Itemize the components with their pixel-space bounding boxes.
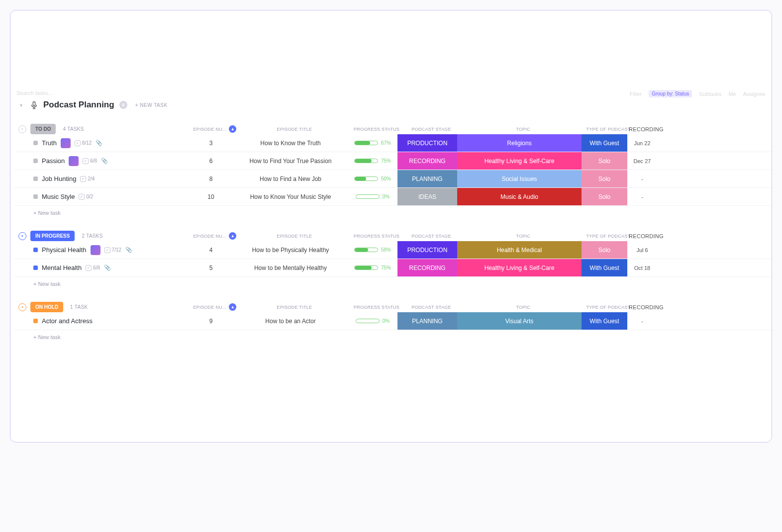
- col-recording[interactable]: RECORDING: [631, 233, 661, 239]
- episode-title-cell[interactable]: How to be Mentally Healthy: [233, 259, 348, 276]
- progress-cell[interactable]: 0%: [348, 312, 397, 330]
- status-square-icon[interactable]: [33, 159, 38, 163]
- sort-arrow-icon[interactable]: ▲: [229, 125, 236, 133]
- progress-cell[interactable]: 75%: [348, 259, 397, 276]
- status-square-icon[interactable]: [33, 141, 38, 145]
- stage-tag[interactable]: PLANNING: [397, 170, 457, 187]
- task-row[interactable]: Actor and Actress 9 How to be an Actor 0…: [14, 312, 772, 330]
- recording-date[interactable]: Jun 22: [627, 134, 657, 152]
- subtask-indicator[interactable]: ✓0/2: [79, 194, 93, 200]
- status-square-icon[interactable]: [33, 319, 38, 323]
- group-by-chip[interactable]: Group by: Status: [649, 90, 692, 97]
- topic-tag[interactable]: Healthy Living & Self-Care: [457, 152, 582, 170]
- col-topic[interactable]: TOPIC: [461, 234, 586, 239]
- task-row[interactable]: Passion ✓6/8 📎 6 How to Find Your True P…: [14, 152, 772, 170]
- add-task-button[interactable]: + New task: [14, 206, 772, 220]
- subtask-indicator[interactable]: ✓7/12: [104, 247, 121, 253]
- task-name[interactable]: Actor and Actress: [42, 317, 93, 325]
- stage-tag[interactable]: IDEAS: [397, 188, 457, 205]
- topic-tag[interactable]: Music & Audio: [457, 188, 582, 205]
- col-type[interactable]: TYPE OF PODCAST: [586, 127, 631, 132]
- col-recording[interactable]: RECORDING: [631, 304, 661, 310]
- stage-tag[interactable]: PRODUCTION: [397, 241, 457, 259]
- col-progress[interactable]: PROGRESS STATUS: [352, 305, 401, 310]
- col-stage[interactable]: PODCAST STAGE: [401, 305, 461, 310]
- collapse-toggle[interactable]: ▾: [18, 232, 26, 240]
- col-type[interactable]: TYPE OF PODCAST: [586, 305, 631, 310]
- task-name-cell[interactable]: Mental Health ✓6/8 📎: [14, 259, 189, 276]
- status-pill[interactable]: TO DO: [30, 124, 56, 134]
- col-episode-num[interactable]: EPISODE NU...▲: [193, 232, 237, 240]
- col-topic[interactable]: TOPIC: [461, 127, 586, 132]
- type-tag[interactable]: With Guest: [582, 259, 627, 276]
- assignee-filter[interactable]: Assignee: [743, 91, 766, 97]
- status-pill[interactable]: IN PROGRESS: [30, 231, 75, 241]
- stage-tag[interactable]: RECORDING: [397, 152, 457, 170]
- col-recording[interactable]: RECORDING: [631, 126, 661, 132]
- subtasks-toggle[interactable]: Subtasks: [699, 91, 721, 97]
- add-task-button[interactable]: + New task: [14, 277, 772, 291]
- progress-cell[interactable]: 50%: [348, 170, 397, 187]
- stage-tag[interactable]: RECORDING: [397, 259, 457, 276]
- episode-num-cell[interactable]: 10: [189, 188, 233, 205]
- col-progress[interactable]: PROGRESS STATUS: [352, 234, 401, 239]
- episode-title-cell[interactable]: How to be an Actor: [233, 312, 348, 330]
- episode-title-cell[interactable]: How to Know the Truth: [233, 134, 348, 152]
- progress-cell[interactable]: 67%: [348, 134, 397, 152]
- task-row[interactable]: Job Hunting ✓2/4 8 How to Find a New Job…: [14, 170, 772, 188]
- col-stage[interactable]: PODCAST STAGE: [401, 127, 461, 132]
- episode-num-cell[interactable]: 8: [189, 170, 233, 187]
- task-name[interactable]: Job Hunting: [42, 175, 76, 182]
- subtask-indicator[interactable]: ✓6/8: [83, 158, 97, 164]
- type-tag[interactable]: With Guest: [582, 312, 627, 330]
- topic-tag[interactable]: Social Issues: [457, 170, 582, 187]
- recording-date[interactable]: Jul 6: [627, 241, 657, 259]
- attachment-icon[interactable]: 📎: [96, 140, 102, 146]
- task-name[interactable]: Mental Health: [42, 264, 82, 271]
- status-square-icon[interactable]: [33, 266, 38, 270]
- episode-title-cell[interactable]: How to be Physically Healthy: [233, 241, 348, 259]
- episode-num-cell[interactable]: 4: [189, 241, 233, 259]
- col-episode-num[interactable]: EPISODE NU...▲: [193, 125, 237, 133]
- task-name-cell[interactable]: Music Style ✓0/2: [14, 188, 189, 205]
- episode-title-cell[interactable]: How to Find Your True Passion: [233, 152, 348, 170]
- recording-date[interactable]: -: [627, 188, 657, 205]
- recording-date[interactable]: -: [627, 170, 657, 187]
- episode-num-cell[interactable]: 3: [189, 134, 233, 152]
- episode-num-cell[interactable]: 9: [189, 312, 233, 330]
- task-name-cell[interactable]: Actor and Actress: [14, 312, 189, 330]
- topic-tag[interactable]: Healthy Living & Self-Care: [457, 259, 582, 276]
- col-episode-title[interactable]: EPISODE TITLE: [237, 234, 352, 239]
- subtask-indicator[interactable]: ✓8/12: [75, 140, 92, 146]
- task-row[interactable]: Physical Health ✓7/12 📎 4 How to be Phys…: [14, 241, 772, 259]
- sort-arrow-icon[interactable]: ▲: [229, 232, 236, 240]
- col-episode-title[interactable]: EPISODE TITLE: [237, 305, 352, 310]
- col-progress[interactable]: PROGRESS STATUS: [352, 127, 401, 132]
- topic-tag[interactable]: Health & Medical: [457, 241, 582, 259]
- status-square-icon[interactable]: [33, 177, 38, 181]
- col-episode-num[interactable]: EPISODE NU...▲: [193, 303, 237, 311]
- avatar[interactable]: [69, 156, 79, 166]
- recording-date[interactable]: Dec 27: [627, 152, 657, 170]
- task-name[interactable]: Truth: [42, 139, 57, 147]
- col-episode-title[interactable]: EPISODE TITLE: [237, 127, 352, 132]
- episode-title-cell[interactable]: How to Know Your Music Style: [233, 188, 348, 205]
- recording-date[interactable]: -: [627, 312, 657, 330]
- type-tag[interactable]: With Guest: [582, 134, 627, 152]
- collapse-toggle[interactable]: ▾: [18, 303, 26, 311]
- task-row[interactable]: Mental Health ✓6/8 📎 5 How to be Mentall…: [14, 259, 772, 277]
- task-name-cell[interactable]: Truth ✓8/12 📎: [14, 134, 189, 152]
- task-row[interactable]: Truth ✓8/12 📎 3 How to Know the Truth 67…: [14, 134, 772, 152]
- filter-button[interactable]: Filter: [630, 91, 642, 97]
- collapse-toggle[interactable]: ▾: [18, 125, 26, 133]
- recording-date[interactable]: Oct 18: [627, 259, 657, 276]
- me-toggle[interactable]: Me: [728, 91, 736, 97]
- chevron-down-icon[interactable]: ▾: [17, 101, 24, 108]
- stage-tag[interactable]: PLANNING: [397, 312, 457, 330]
- topic-tag[interactable]: Religions: [457, 134, 582, 152]
- type-tag[interactable]: Solo: [582, 170, 627, 187]
- sort-arrow-icon[interactable]: ▲: [229, 303, 236, 311]
- topic-tag[interactable]: Visual Arts: [457, 312, 582, 330]
- task-name[interactable]: Physical Health: [42, 246, 87, 254]
- episode-num-cell[interactable]: 6: [189, 152, 233, 170]
